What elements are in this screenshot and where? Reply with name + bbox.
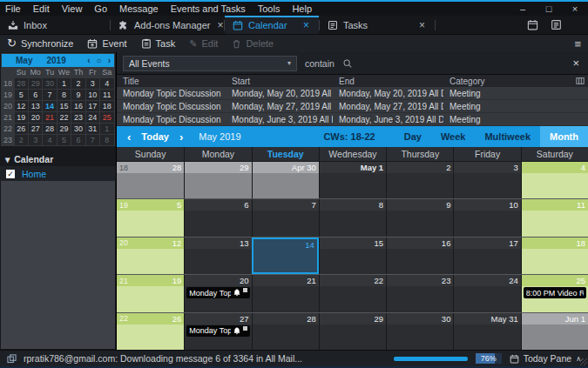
day-cell[interactable]: 8 [319, 199, 386, 236]
mini-day[interactable]: 19 [15, 112, 28, 123]
mini-day[interactable]: 28 [43, 124, 56, 134]
day-cell[interactable]: 2119 [117, 275, 184, 311]
menu-item-view[interactable]: View [62, 3, 90, 14]
view-button-multiweek[interactable]: Multiweek [475, 126, 540, 147]
mini-day[interactable]: 25 [100, 112, 113, 123]
day-cell[interactable]: 1828 [117, 162, 184, 198]
day-cell[interactable]: May 1 [319, 162, 386, 198]
mini-day[interactable]: 28 [15, 78, 28, 89]
day-cell[interactable]: 28 [252, 313, 319, 350]
next-icon[interactable]: › [174, 130, 188, 144]
edit-button[interactable]: ✎ Edit [189, 38, 218, 50]
toolbar-menu-icon[interactable]: ≡ [574, 37, 581, 50]
mini-day[interactable]: 10 [86, 90, 99, 100]
new-event-button[interactable]: Event [87, 38, 126, 49]
day-cell[interactable]: 6 [184, 199, 251, 236]
day-cell[interactable]: 18 [521, 238, 588, 274]
day-cell[interactable]: Jun 1 [521, 313, 588, 350]
menu-item-tools[interactable]: Tools [258, 3, 287, 14]
mini-prev-icon[interactable]: ‹ [87, 56, 90, 65]
calendar-list-header[interactable]: ▾ Calendar [0, 152, 116, 166]
resize-grip[interactable] [580, 358, 587, 365]
calendar-checkbox[interactable]: ✓ [6, 170, 15, 178]
mini-calendar-year[interactable]: 2019 [46, 56, 65, 65]
event-filter-dropdown[interactable]: All Events ▾ [123, 56, 297, 71]
mini-day[interactable]: 31 [86, 124, 99, 134]
day-cell[interactable]: 195 [117, 199, 184, 236]
search-input[interactable] [358, 58, 563, 69]
mini-calendar-month[interactable]: May [16, 56, 32, 65]
menu-item-events-and-tasks[interactable]: Events and Tasks [171, 3, 253, 14]
synchronize-button[interactable]: ↻ Synchronize [7, 38, 73, 49]
mini-day[interactable]: 6 [71, 135, 84, 145]
day-cell[interactable]: 2226 [117, 313, 184, 350]
mini-day[interactable]: 9 [71, 90, 84, 100]
mini-day[interactable]: 27 [29, 124, 42, 134]
column-header-title[interactable]: Title [117, 77, 226, 86]
column-picker-icon[interactable] [570, 77, 588, 85]
mini-day[interactable]: 15 [57, 101, 71, 111]
tab-addons-close-icon[interactable]: × [215, 19, 225, 31]
day-cell[interactable]: 15 [319, 238, 386, 274]
day-cell[interactable]: 21 [252, 275, 319, 311]
mini-day[interactable]: 24 [86, 112, 99, 123]
mini-day[interactable]: 21 [43, 112, 56, 123]
day-cell[interactable]: Apr 30 [252, 162, 319, 198]
day-cell[interactable]: 9 [386, 199, 453, 236]
menu-item-help[interactable]: Help [292, 3, 319, 14]
day-cell[interactable]: 27Monday Topi... [184, 313, 251, 350]
day-cell[interactable]: 2012 [117, 238, 184, 274]
mini-day[interactable]: 26 [15, 124, 28, 134]
menu-item-file[interactable]: File [5, 3, 28, 14]
mini-day[interactable]: 2 [71, 78, 84, 89]
mini-day[interactable]: 4 [100, 78, 113, 89]
mini-day[interactable]: 1 [100, 124, 113, 134]
mini-next-icon[interactable]: › [108, 56, 111, 65]
menu-item-message[interactable]: Message [119, 3, 166, 14]
day-cell[interactable]: 23 [386, 275, 453, 311]
tab-tasks-close-icon[interactable]: × [417, 19, 427, 31]
mini-day[interactable]: 12 [15, 101, 28, 111]
day-cell[interactable]: 30 [386, 313, 453, 350]
mini-day[interactable]: 2 [15, 135, 28, 145]
mini-day[interactable]: 3 [86, 78, 99, 89]
day-cell[interactable]: May 31 [453, 313, 520, 350]
column-header-start[interactable]: Start [226, 77, 333, 86]
tab-tasks[interactable]: Tasks × [320, 16, 435, 34]
mini-day[interactable]: 8 [57, 90, 71, 100]
mini-day[interactable]: 16 [71, 101, 84, 111]
tab-calendar[interactable]: Calendar × [225, 16, 319, 34]
mini-day[interactable]: 20 [29, 112, 42, 123]
view-button-day[interactable]: Day [395, 126, 431, 147]
mini-day[interactable]: 14 [43, 101, 56, 111]
event-pill[interactable]: Monday Topi... [186, 287, 249, 298]
tab-addons-manager[interactable]: Add-ons Manager × [111, 16, 224, 34]
mini-day[interactable]: 5 [15, 90, 28, 100]
delete-button[interactable]: Delete [232, 38, 274, 49]
day-cell[interactable]: 2 [386, 162, 453, 198]
mini-day[interactable]: 29 [57, 124, 71, 134]
mini-day[interactable]: 30 [43, 78, 56, 89]
day-cell[interactable]: 258:00 PM Video R... [521, 275, 588, 311]
day-cell[interactable]: 16 [386, 238, 453, 274]
new-task-button[interactable]: Task [141, 38, 176, 49]
maximize-button[interactable]: □ [536, 3, 562, 15]
day-cell[interactable]: 7 [252, 199, 319, 236]
mini-day[interactable]: 17 [86, 101, 99, 111]
mini-day[interactable]: 18 [100, 101, 113, 111]
menu-item-edit[interactable]: Edit [33, 3, 57, 14]
open-calendar-tab-icon[interactable] [527, 19, 538, 30]
filter-close-icon[interactable]: × [570, 57, 582, 70]
day-cell[interactable]: 17 [453, 238, 520, 274]
mini-day[interactable]: 5 [57, 135, 71, 145]
day-cell[interactable]: 11 [521, 199, 588, 236]
event-pill[interactable]: Monday Topi... [186, 325, 249, 337]
day-cell[interactable]: 14 [252, 238, 319, 274]
view-button-month[interactable]: Month [540, 126, 588, 147]
day-cell[interactable]: 13 [184, 238, 251, 274]
mini-day[interactable]: 7 [86, 135, 99, 145]
table-row[interactable]: Monday Topic DiscussionMonday, May 20, 2… [117, 87, 588, 100]
view-button-week[interactable]: Week [431, 126, 476, 147]
close-button[interactable]: × [562, 3, 588, 15]
tab-inbox[interactable]: Inbox [0, 16, 110, 34]
